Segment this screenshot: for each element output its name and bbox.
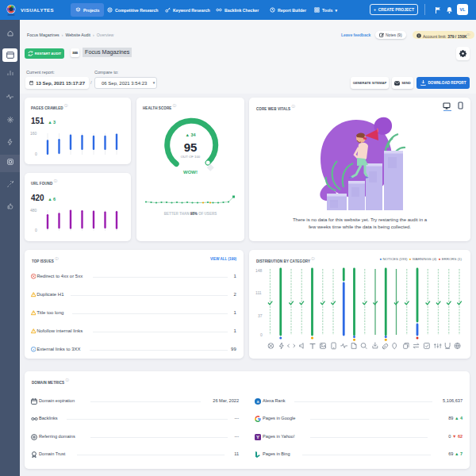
svg-text:Y: Y — [256, 435, 259, 440]
